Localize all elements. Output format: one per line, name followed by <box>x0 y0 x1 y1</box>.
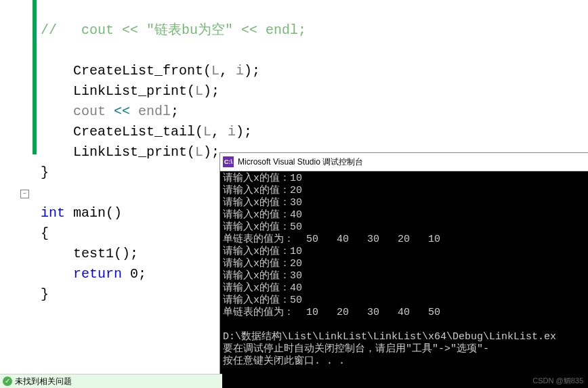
code-token: L <box>195 144 203 160</box>
code-token: i <box>236 63 244 79</box>
console-output[interactable]: 请输入x的值：10 请输入x的值：20 请输入x的值：30 请输入x的值：40 … <box>220 171 588 377</box>
code-token: 0; <box>122 266 146 282</box>
code-line: { <box>41 225 49 241</box>
collapse-icon[interactable]: − <box>20 190 29 198</box>
status-check-icon: ✓ <box>3 376 12 386</box>
code-token: LinkList_print <box>73 83 187 99</box>
code-token: ); <box>203 144 219 160</box>
code-token: main() <box>65 205 122 221</box>
code-token: return <box>73 266 122 282</box>
code-line: } <box>41 286 49 302</box>
gutter: − <box>0 0 33 388</box>
code-token: LinkList_print <box>73 144 187 160</box>
code-token: CreateList_front <box>73 63 203 79</box>
code-line: } <box>41 165 49 180</box>
console-title-text: Microsoft Visual Studio 调试控制台 <box>238 156 363 168</box>
change-marker <box>33 0 37 154</box>
code-token: ( <box>195 124 203 139</box>
code-token: , <box>219 63 236 79</box>
status-bar: ✓ 未找到相关问题 <box>0 374 222 388</box>
code-line: // cout << "链表bu为空" << endl; <box>41 22 306 38</box>
code-token: int <box>41 205 65 221</box>
watermark: CSDN @鯛835 <box>532 376 583 386</box>
code-token: , <box>211 124 228 139</box>
code-token: L <box>211 63 219 79</box>
code-token: ; <box>171 104 179 119</box>
code-token: << <box>106 104 138 119</box>
code-token: ); <box>203 83 219 99</box>
code-token: cout <box>73 104 106 119</box>
code-token: ( <box>203 63 211 79</box>
code-token: (); <box>114 246 138 261</box>
console-icon: C:\ <box>223 156 234 167</box>
code-token: L <box>195 83 203 99</box>
code-token: endl <box>138 104 171 119</box>
code-token: ( <box>187 144 195 160</box>
code-token: ); <box>244 63 260 79</box>
code-token: test1 <box>73 246 114 261</box>
console-titlebar[interactable]: C:\ Microsoft Visual Studio 调试控制台 <box>220 153 588 171</box>
code-token: i <box>228 124 236 139</box>
status-text: 未找到相关问题 <box>15 376 72 387</box>
code-token: ( <box>187 83 195 99</box>
code-token: L <box>203 124 211 139</box>
debug-console-window: C:\ Microsoft Visual Studio 调试控制台 请输入x的值… <box>219 152 588 388</box>
code-token: ); <box>236 124 252 139</box>
code-token: CreateList_tail <box>73 124 195 139</box>
